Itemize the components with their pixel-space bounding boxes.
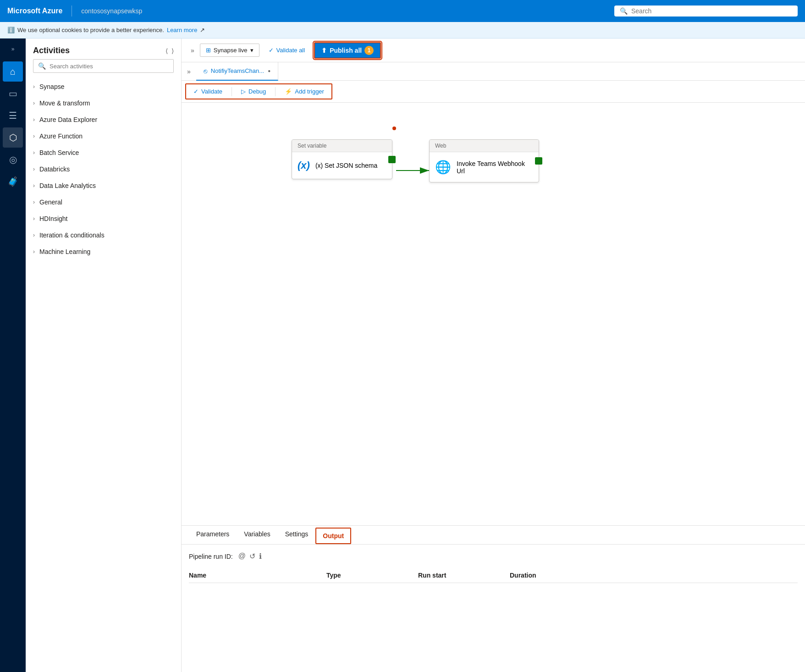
content-area: » ⊞ Synapse live ▾ ✓ Validate all ⬆ Publ… [182, 39, 805, 672]
activity-label: Iteration & conditionals [39, 231, 105, 239]
activities-header: Activities ⟨ ⟩ [26, 39, 181, 59]
synapse-live-icon: ⊞ [206, 47, 211, 54]
chevron-right-icon: › [33, 149, 35, 156]
chevron-right-icon: › [33, 83, 35, 90]
canvas-area: Set variable (x) (x) Set JSON schema [182, 103, 805, 525]
validate-button[interactable]: ✓ Validate [188, 85, 228, 98]
bottom-tabs: Parameters Variables Settings Output [182, 526, 805, 545]
main-layout: » ⌂ ▭ ☰ ⬡ ◎ 🧳 Activities ⟨ ⟩ 🔍 [0, 39, 805, 672]
action-divider-2 [275, 87, 276, 96]
right-connector [388, 156, 396, 163]
activity-label: Batch Service [39, 149, 79, 156]
activity-hdinsight[interactable]: › HDInsight [26, 210, 181, 227]
icon-nav: » ⌂ ▭ ☰ ⬡ ◎ 🧳 [0, 39, 26, 672]
expand-chevron[interactable]: » [189, 45, 196, 56]
activity-iteration[interactable]: › Iteration & conditionals [26, 227, 181, 243]
node-label: (x) Set JSON schema [315, 162, 377, 169]
cookie-text: We use optional cookies to provide a bet… [17, 27, 164, 33]
learn-more-link[interactable]: Learn more [167, 27, 197, 33]
validate-checkmark-icon: ✓ [193, 88, 198, 95]
pipeline-run-id-row: Pipeline run ID: @ ↺ ℹ [189, 552, 798, 561]
tab-expand-btn[interactable]: » [182, 68, 196, 75]
external-link-icon: ↗ [200, 27, 205, 33]
publish-count-badge: 1 [364, 46, 374, 55]
activity-label: Data Lake Analytics [39, 182, 96, 189]
chevron-right-icon: › [33, 166, 35, 172]
pipeline-icon: ⎋ [204, 67, 207, 75]
synapse-live-button[interactable]: ⊞ Synapse live ▾ [200, 44, 259, 57]
collapse-icon[interactable]: ⟨ [165, 47, 168, 55]
activity-ml[interactable]: › Machine Learning [26, 243, 181, 260]
activity-label: General [39, 198, 62, 206]
home-icon: ⌂ [10, 66, 16, 77]
debug-button[interactable]: ▷ Debug [236, 85, 271, 98]
nav-home-btn[interactable]: ⌂ [3, 61, 23, 82]
chevron-right-icon: › [33, 100, 35, 106]
tab-parameters[interactable]: Parameters [189, 526, 237, 544]
web-icon: 🌐 [435, 160, 451, 175]
search-input[interactable] [631, 7, 792, 15]
activities-list: › Synapse › Move & transform › Azure Dat… [26, 78, 181, 672]
set-variable-node[interactable]: Set variable (x) (x) Set JSON schema [292, 139, 392, 179]
activities-title: Activities [33, 46, 70, 55]
pipeline-canvas[interactable]: Set variable (x) (x) Set JSON schema [182, 103, 805, 525]
col-duration-header: Duration [510, 572, 798, 579]
web-node-body: 🌐 Invoke Teams Webhook Url [430, 152, 539, 182]
activity-move-transform[interactable]: › Move & transform [26, 95, 181, 111]
web-node[interactable]: Web 🌐 Invoke Teams Webhook Url [429, 139, 539, 182]
activity-label: HDInsight [39, 215, 67, 222]
global-search-box[interactable]: 🔍 [614, 6, 798, 17]
activity-label: Azure Function [39, 132, 83, 140]
error-dot [392, 127, 396, 130]
dropdown-chevron-icon: ▾ [250, 47, 254, 54]
activity-azure-data-explorer[interactable]: › Azure Data Explorer [26, 111, 181, 128]
web-node-label: Invoke Teams Webhook Url [457, 160, 533, 175]
nav-collapse-btn[interactable]: » [8, 42, 18, 56]
nav-monitor-btn[interactable]: ◎ [3, 149, 23, 170]
tab-variables[interactable]: Variables [237, 526, 277, 544]
at-icon[interactable]: @ [238, 552, 246, 561]
activity-data-lake[interactable]: › Data Lake Analytics [26, 177, 181, 194]
integration-icon: ⬡ [9, 132, 17, 143]
validate-all-label: Validate all [276, 47, 305, 54]
refresh-icon[interactable]: ↺ [249, 552, 255, 561]
activities-search-box[interactable]: 🔍 [33, 59, 174, 73]
validate-all-button[interactable]: ✓ Validate all [263, 44, 311, 56]
chevron-right-icon: › [33, 215, 35, 222]
info-run-icon[interactable]: ℹ [259, 552, 262, 561]
search-activities-icon: 🔍 [38, 62, 46, 70]
activity-batch-service[interactable]: › Batch Service [26, 144, 181, 161]
bottom-content: Pipeline run ID: @ ↺ ℹ Name Type Run sta… [182, 545, 805, 672]
tab-label: NotifiyTeamsChan... [211, 67, 264, 74]
activity-azure-function[interactable]: › Azure Function [26, 128, 181, 144]
variable-icon: (x) [298, 160, 310, 171]
trigger-icon: ⚡ [285, 88, 292, 95]
tab-settings[interactable]: Settings [278, 526, 316, 544]
activities-search-input[interactable] [50, 63, 169, 70]
nav-database-btn[interactable]: ▭ [3, 83, 23, 104]
nav-document-btn[interactable]: ☰ [3, 105, 23, 126]
cookie-notice: ℹ️ We use optional cookies to provide a … [0, 22, 805, 39]
pipeline-tab[interactable]: ⎋ NotifiyTeamsChan... ● [196, 62, 278, 81]
toolbar-row: » ⊞ Synapse live ▾ ✓ Validate all ⬆ Publ… [182, 39, 805, 62]
document-icon: ☰ [9, 110, 17, 121]
publish-all-label: Publish all [330, 47, 362, 54]
nav-manage-btn[interactable]: 🧳 [3, 171, 23, 192]
expand-icon[interactable]: ⟩ [171, 47, 174, 55]
activity-general[interactable]: › General [26, 194, 181, 210]
chevron-right-icon: › [33, 199, 35, 205]
publish-all-button[interactable]: ⬆ Publish all 1 [314, 42, 381, 59]
activity-databricks[interactable]: › Databricks [26, 161, 181, 177]
info-icon: ℹ️ [7, 27, 15, 33]
canvas-bottom-container: Set variable (x) (x) Set JSON schema [182, 103, 805, 672]
chevron-right-icon: › [33, 182, 35, 189]
activity-synapse[interactable]: › Synapse [26, 78, 181, 95]
add-trigger-button[interactable]: ⚡ Add trigger [279, 85, 330, 98]
activity-label: Move & transform [39, 99, 90, 107]
web-node-header: Web [430, 140, 539, 152]
nav-integration-btn[interactable]: ⬡ [3, 127, 23, 148]
activity-label: Databricks [39, 165, 70, 173]
tab-output[interactable]: Output [315, 528, 351, 544]
canvas-actions-bar: ✓ Validate ▷ Debug ⚡ Add trigger [185, 83, 332, 99]
activities-controls: ⟨ ⟩ [165, 47, 174, 55]
